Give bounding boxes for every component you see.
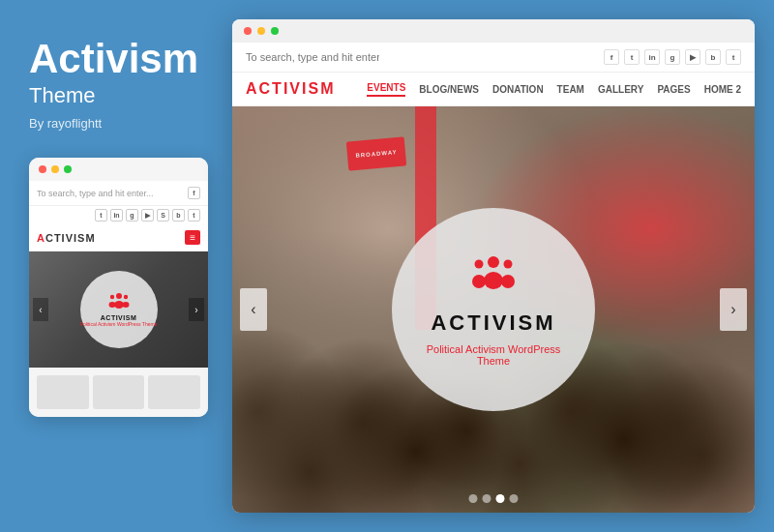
svg-point-11 bbox=[501, 275, 515, 288]
desktop-search-input[interactable] bbox=[246, 51, 379, 63]
hero-people-icon bbox=[468, 253, 519, 301]
dot-red bbox=[39, 165, 46, 173]
mobile-people-icon bbox=[107, 292, 131, 312]
nav-link-donation[interactable]: DONATION bbox=[492, 84, 544, 95]
mobile-card-3 bbox=[148, 375, 200, 409]
mobile-prev-button[interactable]: ‹ bbox=[33, 298, 48, 321]
nav-link-home2[interactable]: HOME 2 bbox=[704, 84, 741, 95]
hero-circle-title: ACTIVISM bbox=[431, 310, 555, 336]
desktop-yt-icon: ▶ bbox=[685, 49, 700, 65]
mobile-in-icon: in bbox=[110, 209, 123, 222]
mobile-bottom bbox=[29, 368, 208, 417]
desktop-li-icon: in bbox=[644, 49, 660, 65]
mobile-hero-desc: Political Activism WordPress Theme bbox=[80, 321, 158, 327]
hero-prev-button[interactable]: ‹ bbox=[240, 288, 267, 331]
svg-point-7 bbox=[484, 272, 503, 289]
svg-point-5 bbox=[122, 302, 129, 308]
theme-subtitle: Theme bbox=[29, 83, 95, 108]
svg-point-10 bbox=[504, 259, 513, 268]
desktop-logo-prefix: A bbox=[246, 80, 259, 97]
desktop-t2-icon: t bbox=[726, 49, 741, 65]
left-panel: Activism Theme By rayoflightt To search,… bbox=[0, 0, 232, 532]
desktop-search-row: f t in g ▶ b t bbox=[232, 43, 755, 73]
mobile-logo-text: CTIVISM bbox=[45, 232, 96, 244]
mobile-t2-icon: t bbox=[188, 209, 200, 222]
mobile-browser-bar bbox=[29, 158, 208, 181]
mobile-search-text: To search, type and hit enter... bbox=[37, 189, 188, 198]
mobile-hero: ‹ ACTIVISM Political Activism WordPress … bbox=[29, 251, 208, 368]
mobile-next-button[interactable]: › bbox=[189, 298, 204, 321]
slide-dot-2[interactable] bbox=[483, 494, 491, 503]
desktop-tw-icon: t bbox=[624, 49, 640, 65]
desktop-logo: ACTIVISM bbox=[246, 80, 335, 98]
slide-dot-1[interactable] bbox=[469, 494, 478, 503]
desktop-hero: BROADWAY ‹ ACTIVISM Pol bbox=[232, 106, 755, 513]
desktop-dot-red bbox=[244, 27, 252, 35]
desktop-b-icon: b bbox=[705, 49, 721, 65]
dot-green bbox=[64, 165, 72, 173]
svg-point-4 bbox=[123, 295, 127, 299]
mobile-card-2 bbox=[93, 375, 145, 409]
svg-point-0 bbox=[116, 293, 122, 299]
mobile-hero-title: ACTIVISM bbox=[101, 314, 136, 321]
mobile-hero-overlay: ACTIVISM Political Activism WordPress Th… bbox=[80, 271, 158, 348]
mobile-nav-bar: ACTIVISM ≡ bbox=[29, 224, 208, 251]
mobile-logo: ACTIVISM bbox=[37, 232, 96, 244]
nav-link-team[interactable]: TEAM bbox=[557, 84, 584, 95]
slide-dots bbox=[469, 494, 519, 503]
desktop-fb-icon: f bbox=[604, 49, 619, 65]
right-panel: f t in g ▶ b t ACTIVISM EVENTS BLOG/NEWS… bbox=[232, 0, 774, 532]
mobile-g-icon: g bbox=[126, 209, 138, 222]
svg-point-9 bbox=[472, 275, 486, 288]
mobile-s-icon: S bbox=[157, 209, 169, 222]
nav-link-pages[interactable]: PAGES bbox=[657, 84, 690, 95]
svg-point-3 bbox=[108, 302, 115, 308]
hero-circle-subtitle: Political Activism WordPress Theme bbox=[411, 343, 576, 367]
slide-dot-3[interactable] bbox=[496, 494, 505, 503]
desktop-logo-text: CTIVISM bbox=[259, 80, 336, 97]
broadway-sign: BROADWAY bbox=[346, 136, 406, 170]
dot-yellow bbox=[51, 165, 59, 173]
mobile-logo-prefix: A bbox=[37, 232, 45, 244]
mobile-hamburger[interactable]: ≡ bbox=[185, 230, 200, 245]
theme-title: Activism bbox=[29, 39, 198, 79]
mobile-yt-icon: ▶ bbox=[141, 209, 154, 222]
svg-point-8 bbox=[475, 259, 484, 268]
hero-next-button[interactable]: › bbox=[720, 288, 747, 331]
desktop-dot-green bbox=[271, 27, 279, 35]
desktop-dot-yellow bbox=[257, 27, 265, 35]
mobile-tw-icon: t bbox=[95, 209, 107, 222]
mobile-mockup: To search, type and hit enter... f t in … bbox=[29, 158, 208, 417]
svg-point-2 bbox=[109, 295, 113, 299]
mobile-social-row: t in g ▶ S b t bbox=[29, 206, 208, 224]
mobile-fb-icon: f bbox=[188, 187, 200, 199]
desktop-social-row: f t in g ▶ b t bbox=[604, 49, 741, 65]
nav-link-blognews[interactable]: BLOG/NEWS bbox=[419, 84, 479, 95]
mobile-b-icon: b bbox=[172, 209, 185, 222]
nav-link-events[interactable]: EVENTS bbox=[367, 82, 405, 97]
hero-circle-overlay: ACTIVISM Political Activism WordPress Th… bbox=[392, 208, 595, 411]
nav-link-gallery[interactable]: GALLERY bbox=[598, 84, 643, 95]
desktop-nav: ACTIVISM EVENTS BLOG/NEWS DONATION TEAM … bbox=[232, 73, 755, 106]
desktop-mockup: f t in g ▶ b t ACTIVISM EVENTS BLOG/NEWS… bbox=[232, 19, 755, 513]
desktop-nav-links: EVENTS BLOG/NEWS DONATION TEAM GALLERY P… bbox=[367, 82, 741, 97]
slide-dot-4[interactable] bbox=[510, 494, 519, 503]
theme-author: By rayoflightt bbox=[29, 116, 102, 131]
mobile-card-1 bbox=[37, 375, 89, 409]
desktop-g-icon: g bbox=[665, 49, 680, 65]
desktop-browser-bar bbox=[232, 19, 755, 43]
svg-point-6 bbox=[488, 256, 499, 268]
mobile-search-bar: To search, type and hit enter... f bbox=[29, 181, 208, 206]
